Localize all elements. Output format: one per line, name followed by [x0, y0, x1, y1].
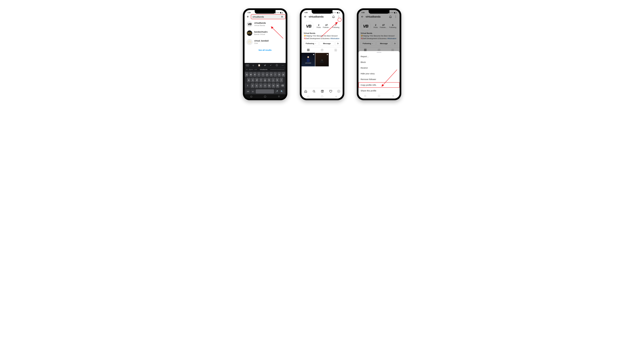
following-button[interactable]: Following: [361, 41, 376, 46]
nav-home[interactable]: [304, 89, 308, 93]
key[interactable]: c: [259, 83, 262, 88]
nav-profile[interactable]: [337, 90, 340, 93]
key[interactable]: y: [266, 72, 269, 77]
translate-icon[interactable]: ⇄: [264, 64, 266, 67]
search-key[interactable]: 🔍: [280, 89, 284, 94]
key[interactable]: r: [257, 72, 261, 77]
search-result[interactable]: VB virtualbanda Virtual Banda: [244, 20, 286, 29]
profile-picture[interactable]: VB: [361, 21, 371, 31]
nav-back-icon[interactable]: ◁: [335, 95, 337, 98]
stat-following[interactable]: 7 Following: [332, 24, 339, 28]
system-nav[interactable]: ▢ ◯ ◁: [358, 94, 400, 98]
key[interactable]: i: [274, 72, 277, 77]
nav-activity[interactable]: [329, 89, 333, 93]
message-button[interactable]: Message: [376, 41, 391, 46]
following-button[interactable]: Following: [304, 41, 318, 46]
search-input-wrap[interactable]: [251, 14, 286, 19]
back-button[interactable]: [360, 15, 364, 19]
key[interactable]: d: [255, 78, 258, 82]
sheet-item-share-profile[interactable]: Share this profile: [358, 88, 400, 94]
key[interactable]: n: [272, 83, 275, 88]
key[interactable]: v: [263, 83, 267, 88]
suggestion-dim[interactable]: vir…@gma…com: [246, 69, 257, 70]
key[interactable]: w: [249, 72, 252, 77]
sheet-item-restrict[interactable]: Restrict: [358, 65, 400, 71]
key[interactable]: u: [270, 72, 273, 77]
mic-key[interactable]: 🎤: [275, 89, 279, 94]
sheet-item-report[interactable]: Report…: [358, 54, 400, 59]
sheet-item-copy-profile-url[interactable]: Copy profile URL: [358, 82, 400, 88]
nav-recent-icon[interactable]: ▢: [364, 95, 366, 97]
tab-reels[interactable]: [315, 47, 329, 53]
search-result[interactable]: BANDAVIRTUAL bandavirtualrs Banda Virtua…: [244, 29, 286, 38]
key[interactable]: e: [253, 72, 257, 77]
sheet-grabber[interactable]: [377, 52, 382, 53]
key[interactable]: h: [267, 78, 271, 82]
key[interactable]: g: [263, 78, 267, 82]
clipboard-icon[interactable]: 📋: [258, 64, 261, 67]
nav-reels[interactable]: [320, 89, 324, 93]
backspace-key[interactable]: ⌫: [280, 83, 285, 88]
more-options-button[interactable]: [394, 15, 398, 19]
tab-tagged[interactable]: [329, 47, 343, 53]
suggest-users-button[interactable]: [392, 41, 398, 46]
key[interactable]: q: [245, 72, 248, 77]
sticker-icon[interactable]: ☺: [252, 64, 255, 67]
search-result[interactable]: virtual_bandaid Uzer: [244, 38, 286, 47]
search-input[interactable]: [252, 16, 279, 18]
tab-grid[interactable]: [302, 47, 315, 53]
more-options-button[interactable]: [337, 15, 341, 19]
key[interactable]: k: [276, 78, 279, 82]
key[interactable]: x: [255, 83, 258, 88]
action-sheet[interactable]: Report… Block Restrict Hide your story R…: [358, 51, 400, 99]
space-key[interactable]: [256, 89, 274, 94]
stat-followers[interactable]: 47 Followe…: [323, 24, 330, 28]
suggest-users-button[interactable]: [336, 41, 340, 46]
clear-search-button[interactable]: [280, 15, 284, 19]
see-all-results[interactable]: See all results: [244, 47, 286, 54]
key[interactable]: p: [282, 72, 285, 77]
key[interactable]: j: [271, 78, 275, 82]
post-thumbnail[interactable]: ▶: [315, 53, 329, 66]
gif-icon[interactable]: GIF: [246, 64, 249, 66]
nav-home-icon[interactable]: ◯: [378, 95, 380, 97]
sheet-item-hide-story[interactable]: Hide your story: [358, 71, 400, 76]
system-nav[interactable]: ▢ ◯ ◁: [302, 94, 343, 99]
nav-recent-icon[interactable]: ▢: [250, 95, 252, 98]
suggestion-dim[interactable]: virtualbanda.wordpress.com: [270, 69, 284, 70]
stat-posts[interactable]: 2 Posts: [317, 24, 321, 28]
nav-home-icon[interactable]: ◯: [264, 95, 266, 98]
key[interactable]: f: [259, 78, 263, 82]
hashtag-link[interactable]: #Motivation: [387, 38, 396, 40]
notifications-button[interactable]: [332, 15, 336, 19]
message-button[interactable]: Message: [320, 41, 334, 46]
more-icon[interactable]: ⋯: [281, 64, 284, 67]
nav-back-icon[interactable]: ◁: [392, 95, 394, 97]
shift-key[interactable]: ⇧: [245, 83, 250, 88]
keyboard-suggestions[interactable]: vir…@gma…com virtualbanda virtualbanda.w…: [244, 68, 286, 71]
key[interactable]: z: [251, 83, 254, 88]
profile-picture[interactable]: VB: [304, 21, 314, 31]
nav-back-icon[interactable]: ▽: [278, 95, 280, 98]
num-key[interactable]: 123: [246, 89, 250, 94]
back-button[interactable]: [246, 15, 250, 19]
info-icon[interactable]: ⓘ: [275, 64, 278, 67]
key[interactable]: b: [268, 83, 271, 88]
sheet-item-remove-follower[interactable]: Remove follower: [358, 76, 400, 82]
post-thumbnail[interactable]: ▶ LIFE IS SHORT: [302, 53, 315, 66]
notifications-button[interactable]: [388, 15, 392, 19]
key[interactable]: a: [247, 78, 250, 82]
suggestion-main[interactable]: virtualbanda: [260, 69, 267, 70]
hashtag-link[interactable]: #Motivation: [330, 38, 339, 40]
nav-recent-icon[interactable]: ▢: [307, 95, 309, 98]
key[interactable]: s: [251, 78, 254, 82]
nav-search[interactable]: [312, 89, 316, 93]
check-icon[interactable]: ✓: [270, 64, 272, 67]
sheet-item-block[interactable]: Block: [358, 59, 400, 65]
key[interactable]: o: [278, 72, 281, 77]
keyboard[interactable]: GIF ☺ 📋 ⇄ ✓ ⓘ ⋯ vir…@gma…com virtualband…: [244, 63, 286, 99]
system-nav[interactable]: ▢ ◯ ▽: [244, 94, 286, 99]
back-button[interactable]: [304, 15, 307, 19]
nav-home-icon[interactable]: ◯: [321, 95, 323, 98]
key[interactable]: m: [276, 83, 280, 88]
